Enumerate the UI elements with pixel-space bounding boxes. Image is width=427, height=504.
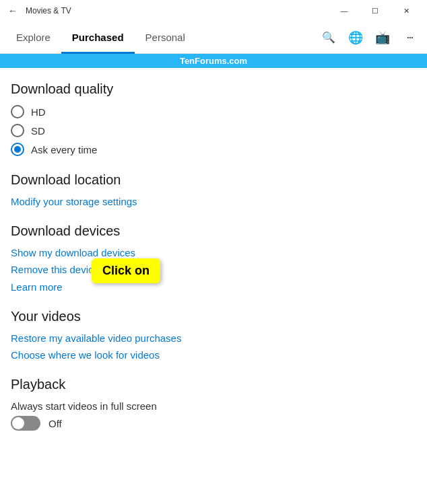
- radio-sd[interactable]: SD: [11, 124, 416, 137]
- playback-section: Playback Always start videos in full scr…: [11, 377, 416, 431]
- title-bar-left: ← Movies & TV: [5, 3, 329, 19]
- learn-more-link[interactable]: Learn more: [11, 281, 416, 293]
- tab-purchased[interactable]: Purchased: [61, 22, 135, 54]
- playback-title: Playback: [11, 377, 416, 392]
- back-button[interactable]: ←: [5, 3, 20, 19]
- avatar-icon: 🌐: [348, 30, 363, 45]
- store-icon: 📺: [375, 30, 390, 45]
- toggle-row: Off: [11, 416, 416, 431]
- radio-hd[interactable]: HD: [11, 105, 416, 118]
- radio-ask-circle: [11, 143, 24, 156]
- nav-icons: 🔍 🌐 📺 ···: [317, 26, 422, 50]
- app-window: ← Movies & TV — ☐ ✕ Explore Purchased Pe…: [0, 0, 427, 504]
- title-bar: ← Movies & TV — ☐ ✕: [0, 0, 427, 22]
- download-quality-options: HD SD Ask every time: [11, 105, 416, 156]
- download-location-title: Download location: [11, 172, 416, 188]
- radio-sd-circle: [11, 124, 24, 137]
- restore-video-purchases-link[interactable]: Restore my available video purchases: [11, 332, 416, 344]
- show-download-devices-link[interactable]: Show my download devices: [11, 247, 416, 258]
- more-icon: ···: [406, 30, 412, 44]
- more-button[interactable]: ···: [397, 26, 422, 50]
- nav-tabs: Explore Purchased Personal: [5, 22, 317, 54]
- app-title: Movies & TV: [26, 6, 71, 15]
- remove-device-wrapper: Remove this device Click on: [11, 264, 99, 275]
- store-button[interactable]: 📺: [370, 26, 395, 50]
- download-location-section: Download location Modify your storage se…: [11, 172, 416, 207]
- toggle-state-label: Off: [48, 418, 62, 429]
- your-videos-section: Your videos Restore my available video p…: [11, 309, 416, 361]
- tab-personal[interactable]: Personal: [135, 22, 196, 54]
- playback-fullscreen-label: Always start videos in full screen: [11, 400, 416, 412]
- radio-hd-circle: [11, 105, 24, 118]
- choose-video-location-link[interactable]: Choose where we look for videos: [11, 349, 416, 361]
- download-devices-title: Download devices: [11, 223, 416, 239]
- nav-bar: Explore Purchased Personal 🔍 🌐 📺 ···: [0, 22, 427, 54]
- title-bar-controls: — ☐ ✕: [329, 0, 422, 22]
- radio-hd-label: HD: [31, 106, 46, 118]
- radio-ask-every-time[interactable]: Ask every time: [11, 143, 416, 156]
- watermark-bar: TenForums.com: [0, 54, 427, 68]
- download-devices-section: Download devices Show my download device…: [11, 223, 416, 293]
- restore-button[interactable]: ☐: [360, 0, 391, 22]
- search-button[interactable]: 🔍: [317, 26, 341, 50]
- minimize-button[interactable]: —: [329, 0, 360, 22]
- tab-explore[interactable]: Explore: [5, 22, 61, 54]
- close-button[interactable]: ✕: [391, 0, 422, 22]
- watermark-text: TenForums.com: [180, 56, 247, 66]
- radio-ask-label: Ask every time: [31, 144, 97, 155]
- tooltip-callout: Click on: [92, 258, 160, 283]
- toggle-knob: [12, 417, 24, 429]
- your-videos-title: Your videos: [11, 309, 416, 324]
- fullscreen-toggle[interactable]: [11, 416, 40, 431]
- avatar-button[interactable]: 🌐: [343, 26, 368, 50]
- search-icon: 🔍: [322, 31, 335, 44]
- download-quality-section: Download quality HD SD Ask every time: [11, 81, 416, 156]
- radio-sd-label: SD: [31, 125, 45, 137]
- modify-storage-link[interactable]: Modify your storage settings: [11, 196, 416, 207]
- main-content: Download quality HD SD Ask every time Do…: [0, 68, 427, 504]
- download-quality-title: Download quality: [11, 81, 416, 97]
